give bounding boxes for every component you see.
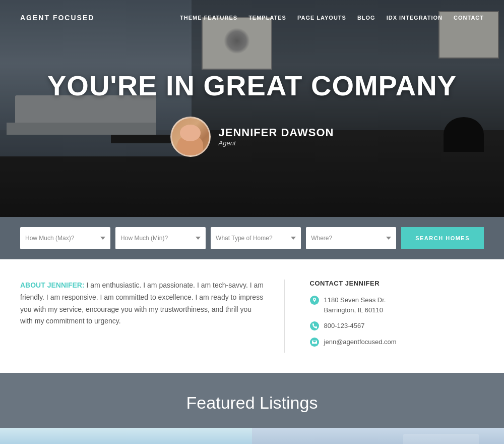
home-type-arrow-icon [291,237,296,240]
site-title: AGENT FOCUSED [20,14,94,22]
max-price-select[interactable]: How Much (Max)? [20,227,110,249]
nav-blog[interactable]: BLOG [357,15,375,21]
listing-card-1[interactable] [0,428,252,444]
nav-templates[interactable]: TEMPLATES [248,15,286,21]
nav-idx-integration[interactable]: IDX INTEGRATION [387,15,443,21]
contact-panel: CONTACT JENNIFER 1180 Seven Seas Dr. Bar… [305,280,484,353]
location-icon [310,296,319,305]
location-arrow-icon [386,237,391,240]
contact-phone: 800-123-4567 [324,321,365,331]
about-highlight: ABOUT JENNIFER: [20,281,85,289]
contact-title: CONTACT JENNIFER [310,280,484,287]
about-divider [284,280,285,353]
listings-row [0,428,504,444]
max-price-arrow-icon [100,237,105,240]
nav-contact[interactable]: CONTACT [454,15,484,21]
agent-role: Agent [219,139,334,147]
listing-card-2[interactable] [252,428,504,444]
hero-section: AGENT FOCUSED THEME FEATURES TEMPLATES P… [0,0,504,217]
contact-address: 1180 Seven Seas Dr. Barrington, IL 60110 [324,295,386,315]
email-icon [310,338,319,347]
about-paragraph: ABOUT JENNIFER: I am enthusiastic. I am … [20,280,264,327]
site-header: AGENT FOCUSED THEME FEATURES TEMPLATES P… [0,0,504,35]
contact-email: jenn@agentfocused.com [324,337,397,347]
hero-headline: YOU'RE IN GREAT COMPANY [47,70,457,101]
phone-icon [310,321,319,330]
search-bar: How Much (Max)? How Much (Min)? What Typ… [0,217,504,259]
about-text-container: ABOUT JENNIFER: I am enthusiastic. I am … [20,280,264,353]
location-label: Where? [311,235,386,242]
agent-name: JENNIFER DAWSON [219,126,334,139]
nav-theme-features[interactable]: THEME FEATURES [180,15,237,21]
address-line1: 1180 Seven Seas Dr. [324,295,386,305]
min-price-arrow-icon [196,237,201,240]
avatar [170,117,211,157]
about-section: ABOUT JENNIFER: I am enthusiastic. I am … [0,259,504,373]
min-price-label: How Much (Min)? [120,235,196,242]
max-price-label: How Much (Max)? [25,235,100,242]
contact-phone-item: 800-123-4567 [310,321,484,331]
search-homes-button[interactable]: SEARCH HOMES [401,227,484,249]
address-line2: Barrington, IL 60110 [324,305,386,315]
main-nav: THEME FEATURES TEMPLATES PAGE LAYOUTS BL… [180,15,484,21]
nav-page-layouts[interactable]: PAGE LAYOUTS [297,15,346,21]
min-price-select[interactable]: How Much (Min)? [115,227,206,249]
home-type-select[interactable]: What Type of Home? [211,227,301,249]
contact-email-item: jenn@agentfocused.com [310,337,484,347]
contact-address-item: 1180 Seven Seas Dr. Barrington, IL 60110 [310,295,484,315]
location-select[interactable]: Where? [306,227,396,249]
featured-listings-section: Featured Listings [0,373,504,444]
agent-info: JENNIFER DAWSON Agent [219,126,334,147]
agent-card: JENNIFER DAWSON Agent [170,117,334,157]
home-type-label: What Type of Home? [216,235,291,242]
featured-title: Featured Listings [0,393,504,413]
